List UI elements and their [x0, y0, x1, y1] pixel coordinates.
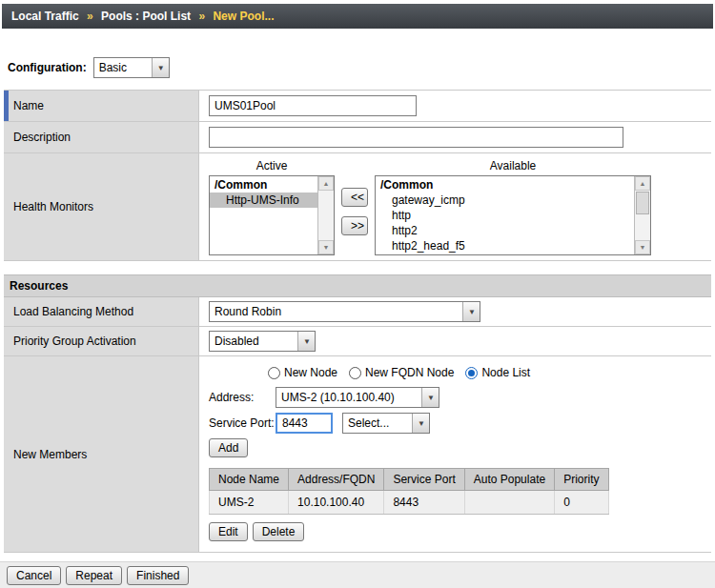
cancel-button[interactable]: Cancel: [7, 566, 61, 585]
service-port-select-wrap: Select...: [342, 413, 430, 434]
column-header-auto-populate: Auto Populate: [464, 469, 554, 491]
service-port-input[interactable]: [276, 413, 333, 434]
node-list-radio-label[interactable]: Node List: [481, 366, 530, 379]
members-table-header-row: Node Name Address/FQDN Service Port Auto…: [210, 469, 609, 491]
available-monitor-item[interactable]: http2_head_f5: [376, 238, 634, 253]
breadcrumb: Local Traffic » Pools : Pool List » New …: [2, 4, 713, 29]
member-address: 10.10.100.40: [289, 491, 384, 515]
load-balancing-method-select-wrap: Round Robin: [209, 301, 480, 322]
active-monitors-title: Active: [209, 159, 335, 172]
resources-section-title: Resources: [4, 274, 711, 297]
configuration-label: Configuration:: [8, 61, 87, 74]
new-node-radio-label[interactable]: New Node: [284, 366, 337, 379]
delete-member-button[interactable]: Delete: [253, 522, 305, 541]
column-header-node-name: Node Name: [210, 469, 289, 491]
new-fqdn-node-radio-label[interactable]: New FQDN Node: [365, 366, 454, 379]
health-monitors-label: Health Monitors: [13, 200, 93, 213]
priority-group-activation-row: Priority Group Activation Disabled: [4, 327, 711, 356]
column-header-priority: Priority: [555, 469, 608, 491]
scrollbar-track[interactable]: [635, 215, 650, 240]
scrollbar-thumb[interactable]: [636, 192, 649, 214]
breadcrumb-separator-icon: »: [87, 10, 93, 23]
available-monitors-title: Available: [375, 159, 651, 172]
configuration-select[interactable]: Basic: [93, 57, 170, 78]
new-members-label-cell: New Members: [4, 356, 199, 552]
available-monitor-item[interactable]: http: [376, 208, 634, 223]
address-label: Address:: [209, 391, 276, 404]
move-to-active-button[interactable]: <<: [341, 188, 368, 207]
add-member-button[interactable]: Add: [209, 438, 248, 457]
breadcrumb-item-new-pool: New Pool...: [213, 10, 274, 23]
description-label-cell: Description: [4, 122, 199, 152]
move-to-available-button[interactable]: >>: [341, 216, 368, 235]
service-port-select[interactable]: Select...: [342, 413, 430, 434]
scrollbar-track[interactable]: [318, 191, 334, 240]
scroll-down-icon[interactable]: ▼: [635, 240, 650, 254]
configuration-row: Configuration: Basic: [8, 57, 715, 78]
column-header-address-fqdn: Address/FQDN: [289, 469, 384, 491]
priority-group-activation-label: Priority Group Activation: [13, 335, 136, 348]
footer-bar: Cancel Repeat Finished: [0, 561, 715, 588]
address-select-wrap: UMS-2 (10.10.100.40): [276, 387, 439, 408]
name-row: Name: [4, 91, 711, 122]
members-table: Node Name Address/FQDN Service Port Auto…: [209, 468, 609, 515]
members-table-row[interactable]: UMS-2 10.10.100.40 8443 0: [210, 491, 609, 515]
description-input[interactable]: [209, 127, 623, 148]
repeat-button[interactable]: Repeat: [66, 566, 122, 585]
available-monitor-item[interactable]: gateway_icmp: [376, 193, 634, 208]
member-service-port: 8443: [384, 491, 464, 515]
load-balancing-method-select[interactable]: Round Robin: [209, 301, 480, 322]
priority-group-activation-select-wrap: Disabled: [209, 331, 316, 352]
priority-group-activation-label-cell: Priority Group Activation: [4, 327, 199, 355]
new-node-radio[interactable]: [268, 367, 280, 379]
edit-member-button[interactable]: Edit: [209, 522, 248, 541]
breadcrumb-separator-icon: »: [198, 10, 205, 23]
node-list-radio[interactable]: [465, 367, 478, 379]
active-monitor-item[interactable]: Http-UMS-Info: [210, 193, 317, 208]
new-members-row: New Members New Node New FQDN Node Node …: [4, 356, 711, 553]
member-priority: 0: [555, 491, 608, 515]
available-monitors-listbox[interactable]: /Common gateway_icmp http http2 http2_he…: [375, 175, 651, 255]
general-properties-form: Name Description Health Monitors Active …: [4, 90, 711, 261]
description-row: Description: [4, 122, 711, 153]
partition-group-label: /Common: [376, 177, 634, 193]
available-monitor-item[interactable]: http2: [376, 223, 634, 238]
partition-group-label: /Common: [210, 177, 317, 193]
resources-form: Load Balancing Method Round Robin Priori…: [4, 297, 711, 553]
member-auto-populate: [464, 491, 554, 515]
active-monitors-listbox[interactable]: /Common Http-UMS-Info ▲ ▼: [209, 175, 335, 255]
breadcrumb-item-pool-list[interactable]: Pools : Pool List: [101, 10, 191, 23]
node-type-radio-group: New Node New FQDN Node Node List: [268, 366, 541, 379]
active-listbox-scrollbar[interactable]: ▲ ▼: [317, 176, 334, 254]
breadcrumb-item-local-traffic[interactable]: Local Traffic: [11, 10, 79, 23]
service-port-label: Service Port:: [209, 416, 276, 430]
load-balancing-method-label: Load Balancing Method: [13, 305, 133, 318]
priority-group-activation-select[interactable]: Disabled: [209, 331, 316, 352]
new-members-label: New Members: [13, 448, 87, 461]
scroll-up-icon[interactable]: ▲: [318, 176, 334, 191]
address-select[interactable]: UMS-2 (10.10.100.40): [276, 387, 439, 408]
scroll-down-icon[interactable]: ▼: [318, 240, 334, 254]
name-label-cell: Name: [4, 91, 199, 121]
scroll-up-icon[interactable]: ▲: [635, 176, 650, 191]
name-label: Name: [13, 99, 44, 112]
available-listbox-scrollbar[interactable]: ▲ ▼: [634, 176, 650, 254]
description-label: Description: [13, 131, 71, 144]
configuration-select-wrap: Basic: [93, 57, 170, 78]
load-balancing-method-row: Load Balancing Method Round Robin: [4, 297, 711, 327]
health-monitors-row: Health Monitors Active /Common Http-UMS-…: [4, 153, 711, 261]
finished-button[interactable]: Finished: [127, 566, 189, 585]
member-node-name: UMS-2: [210, 491, 289, 515]
name-input[interactable]: [209, 95, 417, 116]
load-balancing-method-label-cell: Load Balancing Method: [4, 297, 199, 326]
health-monitors-label-cell: Health Monitors: [4, 153, 199, 260]
column-header-service-port: Service Port: [384, 469, 464, 491]
new-fqdn-node-radio[interactable]: [349, 367, 361, 379]
